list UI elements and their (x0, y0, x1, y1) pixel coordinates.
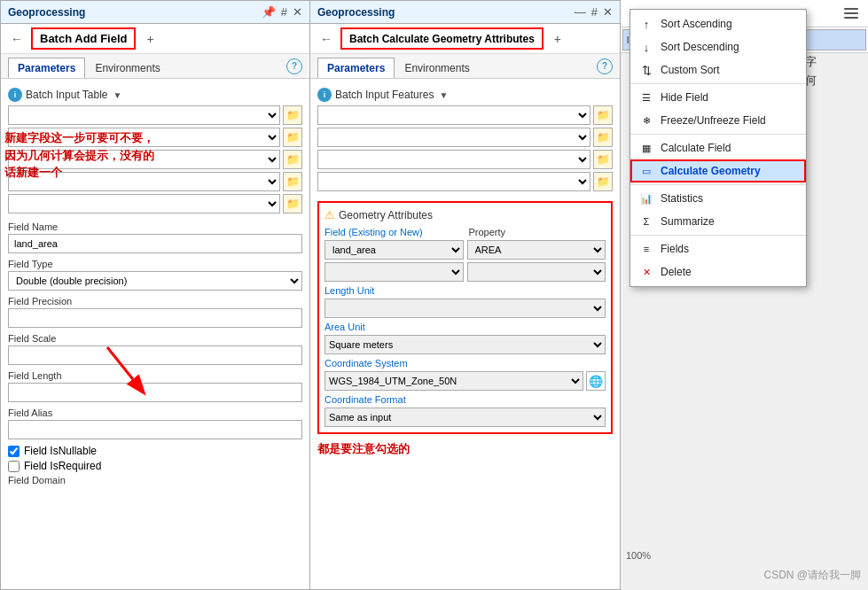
hamburger-button[interactable] (841, 4, 861, 23)
menu-item-calculate-field-label: Calculate Field (661, 142, 731, 154)
input-select-1[interactable] (8, 105, 280, 125)
menu-item-statistics[interactable]: 📊 Statistics (630, 187, 806, 210)
folder-btn-1[interactable]: 📁 (283, 105, 302, 125)
property-select-2[interactable] (467, 262, 606, 282)
folder-btn-3[interactable]: 📁 (283, 150, 302, 169)
field-type-select[interactable]: Double (double precision) (8, 271, 302, 291)
back-button-middle[interactable]: ← (317, 30, 335, 48)
menu-item-summarize-label: Summarize (661, 215, 715, 228)
csdn-watermark: CSDN @请给我一脚 (763, 568, 861, 583)
area-unit-group: Area Unit Square meters (325, 322, 606, 354)
dock-icon-middle: # (591, 5, 598, 19)
left-tabs-row: Parameters Environments ? (1, 54, 309, 79)
folder-btn-5[interactable]: 📁 (283, 194, 302, 213)
middle-folder-btn-4[interactable]: 📁 (593, 172, 613, 191)
field-name-input[interactable] (8, 234, 302, 253)
menu-item-summarize[interactable]: Σ Summarize (630, 210, 806, 233)
tab-environments-middle[interactable]: Environments (395, 58, 479, 78)
forward-button-middle[interactable]: + (549, 30, 567, 48)
field-length-input[interactable] (8, 383, 302, 402)
folder-btn-4[interactable]: 📁 (283, 172, 302, 191)
field-select-1[interactable]: land_area (325, 240, 464, 260)
menu-item-fields[interactable]: ≡ Fields (630, 237, 806, 260)
input-select-3[interactable] (8, 150, 280, 169)
warning-icon: ⚠ (325, 208, 335, 221)
middle-input-row-3: 📁 (317, 150, 613, 169)
menu-item-freeze-field[interactable]: ❄ Freeze/Unfreeze Field (630, 109, 806, 132)
length-unit-select[interactable] (325, 299, 606, 318)
left-panel-controls: 📌 # ✕ (262, 5, 302, 19)
info-icon-middle: i (317, 88, 332, 102)
menu-item-hide-field[interactable]: ☰ Hide Field (630, 86, 806, 109)
expand-icon[interactable]: ▼ (113, 90, 122, 100)
menu-item-sort-descending[interactable]: ↓ Sort Descending (630, 35, 806, 58)
field-precision-input[interactable] (8, 308, 302, 328)
field-alias-input[interactable] (8, 420, 302, 439)
folder-btn-2[interactable]: 📁 (283, 128, 302, 147)
field-name-label: Field Name (8, 221, 302, 232)
middle-input-select-2[interactable] (317, 128, 590, 147)
pin-icon-middle: — (575, 5, 586, 19)
delete-icon: ✕ (639, 265, 653, 279)
info-icon: i (8, 88, 22, 102)
menu-item-calculate-geometry[interactable]: ▭ Calculate Geometry (630, 159, 806, 182)
pin-icon: 📌 (262, 5, 276, 19)
property-select-1[interactable]: AREA (467, 240, 606, 260)
field-alias-label: Field Alias (8, 408, 302, 418)
input-select-5[interactable] (8, 194, 280, 213)
input-row-5: 📁 (8, 194, 302, 213)
middle-input-select-1[interactable] (317, 105, 590, 125)
field-property-row-2 (325, 262, 606, 282)
isrequired-checkbox[interactable] (8, 461, 20, 472)
middle-panel-header: Geoprocessing — # ✕ (310, 1, 620, 24)
menu-item-calculate-geometry-label: Calculate Geometry (661, 165, 761, 177)
globe-button[interactable]: 🌐 (586, 371, 606, 391)
menu-item-sort-ascending[interactable]: ↑ Sort Ascending (630, 12, 806, 35)
close-icon-middle[interactable]: ✕ (603, 5, 613, 19)
coord-system-select[interactable]: WGS_1984_UTM_Zone_50N (325, 371, 583, 391)
help-icon-left[interactable]: ? (286, 58, 302, 74)
field-name-group: Field Name (8, 221, 302, 253)
close-icon[interactable]: ✕ (293, 5, 302, 19)
middle-panel-title: Geoprocessing (317, 6, 395, 19)
back-button[interactable]: ← (8, 30, 26, 48)
field-property-header-row: Field (Existing or New) Property (325, 227, 606, 237)
field-precision-label: Field Precision (8, 296, 302, 307)
field-scale-input[interactable] (8, 345, 302, 365)
input-select-4[interactable] (8, 172, 280, 191)
area-unit-select[interactable]: Square meters (325, 335, 606, 354)
menu-item-custom-sort-label: Custom Sort (661, 64, 720, 76)
middle-input-select-4[interactable] (317, 172, 590, 191)
menu-item-fields-label: Fields (661, 243, 689, 255)
tab-parameters-left[interactable]: Parameters (8, 58, 85, 78)
field-alias-group: Field Alias (8, 408, 302, 439)
isnullable-checkbox[interactable] (8, 446, 20, 457)
expand-icon-middle[interactable]: ▼ (439, 90, 448, 100)
hide-field-icon: ☰ (639, 90, 653, 105)
field-length-label: Field Length (8, 370, 302, 381)
field-length-group: Field Length (8, 370, 302, 402)
left-panel-header: Geoprocessing 📌 # ✕ (1, 1, 309, 24)
help-icon-middle[interactable]: ? (597, 58, 613, 74)
menu-item-freeze-field-label: Freeze/Unfreeze Field (661, 114, 766, 127)
custom-sort-icon: ⇅ (639, 63, 653, 77)
menu-item-delete-label: Delete (661, 266, 692, 278)
middle-input-select-3[interactable] (317, 150, 590, 169)
menu-item-delete[interactable]: ✕ Delete (630, 260, 806, 283)
menu-item-calculate-field[interactable]: ▦ Calculate Field (630, 136, 806, 159)
zoom-label-area: 100% (626, 549, 651, 562)
tab-environments-left[interactable]: Environments (85, 58, 169, 78)
calculate-field-icon: ▦ (639, 141, 653, 155)
forward-button[interactable]: + (141, 30, 159, 48)
batch-input-features-header: i Batch Input Features ▼ (317, 88, 613, 102)
input-select-2[interactable] (8, 128, 280, 147)
middle-folder-btn-1[interactable]: 📁 (593, 105, 613, 125)
menu-item-custom-sort[interactable]: ⇅ Custom Sort (630, 58, 806, 82)
hamburger-line-3 (844, 17, 858, 19)
menu-item-statistics-label: Statistics (661, 192, 703, 205)
middle-folder-btn-3[interactable]: 📁 (593, 150, 613, 169)
coord-format-select[interactable]: Same as input (325, 408, 606, 427)
tab-parameters-middle[interactable]: Parameters (317, 58, 395, 78)
field-select-2[interactable] (325, 262, 464, 282)
middle-folder-btn-2[interactable]: 📁 (593, 128, 613, 147)
